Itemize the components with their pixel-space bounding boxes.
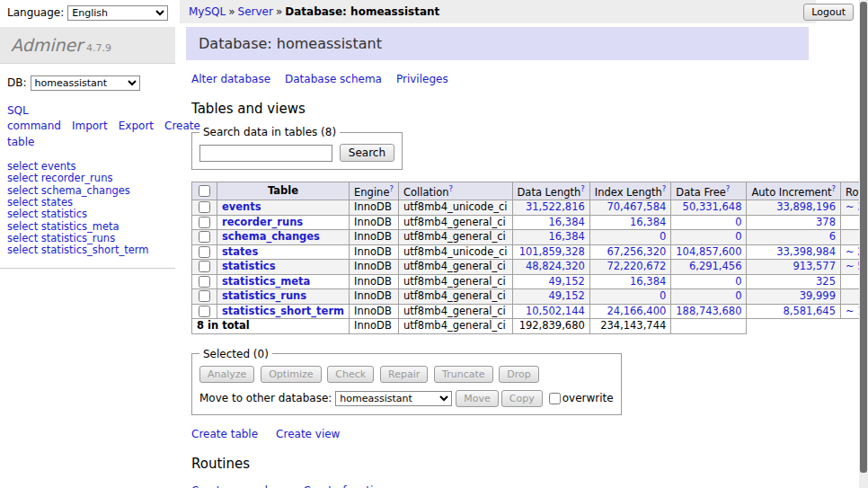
row-checkbox[interactable] bbox=[199, 201, 210, 213]
row-checkbox[interactable] bbox=[199, 276, 210, 288]
sidebar-link-export[interactable]: Export bbox=[119, 120, 154, 132]
data-free-link[interactable]: 188,743,680 bbox=[676, 306, 741, 318]
search-button[interactable]: Search bbox=[340, 144, 394, 162]
check-button[interactable]: Check bbox=[327, 366, 374, 383]
table-name-link[interactable]: statistics bbox=[222, 260, 276, 272]
row-checkbox[interactable] bbox=[199, 231, 210, 243]
scrollbar[interactable] bbox=[859, 0, 868, 488]
data-free-link[interactable]: 0 bbox=[735, 217, 741, 229]
auto-increment-help-link[interactable]: ? bbox=[831, 184, 836, 193]
index-length-link[interactable]: 0 bbox=[660, 231, 666, 244]
table-name-link[interactable]: statistics_meta bbox=[222, 275, 310, 288]
select-all-checkbox[interactable] bbox=[199, 185, 210, 197]
index-length-link[interactable]: 72,220,672 bbox=[607, 261, 666, 273]
engine-help-link[interactable]: ? bbox=[389, 184, 394, 193]
index-length-link[interactable]: 0 bbox=[660, 290, 666, 303]
row-checkbox[interactable] bbox=[199, 246, 210, 258]
drop-button[interactable]: Drop bbox=[499, 366, 538, 383]
sidebar-link-import[interactable]: Import bbox=[72, 120, 108, 132]
repair-button[interactable]: Repair bbox=[380, 366, 428, 383]
create-view-link[interactable]: Create view bbox=[276, 428, 340, 440]
overwrite-checkbox[interactable] bbox=[549, 393, 561, 404]
alter-database-link[interactable]: Alter database bbox=[191, 73, 270, 85]
index-length-link[interactable]: 24,166,400 bbox=[607, 306, 666, 318]
auto-increment-link[interactable]: 6 bbox=[829, 231, 836, 244]
data-length-link[interactable]: 31,522,816 bbox=[526, 201, 585, 214]
table-name-link[interactable]: states bbox=[222, 245, 258, 258]
data-free-link[interactable]: 0 bbox=[735, 290, 741, 303]
search-input[interactable] bbox=[199, 145, 332, 162]
data-length-link[interactable]: 16,384 bbox=[549, 217, 585, 229]
adminer-logo[interactable]: Adminer bbox=[11, 35, 83, 55]
data-free-link[interactable]: 104,857,600 bbox=[676, 246, 741, 259]
breadcrumb-mysql-link[interactable]: MySQL bbox=[189, 5, 226, 18]
auto-increment-link[interactable]: 33,898,196 bbox=[776, 201, 836, 214]
sidebar-table-link-statistics-short-term[interactable]: select statistics_short_term bbox=[7, 244, 168, 256]
data-free-help-link[interactable]: ? bbox=[726, 184, 731, 193]
database-actions: Alter databaseDatabase schemaPrivileges bbox=[191, 73, 815, 85]
sidebar-table-link-schema-changes[interactable]: select schema_changes bbox=[7, 185, 168, 197]
data-length-link[interactable]: 16,384 bbox=[549, 231, 585, 244]
index-length-link[interactable]: 16,384 bbox=[630, 276, 666, 288]
copy-button[interactable]: Copy bbox=[501, 390, 543, 407]
table-name-link[interactable]: statistics_short_term bbox=[222, 305, 344, 317]
data-length-link[interactable]: 48,824,320 bbox=[526, 261, 585, 273]
move-button[interactable]: Move bbox=[456, 390, 499, 407]
logout-button[interactable]: Logout bbox=[803, 4, 854, 21]
sidebar-table-link-statistics[interactable]: select statistics bbox=[7, 209, 168, 220]
index-length-link[interactable]: 70,467,584 bbox=[607, 201, 666, 214]
data-free-link[interactable]: 0 bbox=[735, 276, 741, 288]
table-row: recorder_runsInnoDButf8mb4_general_ci16,… bbox=[192, 215, 868, 230]
col-header-auto-increment: Auto Increment? bbox=[747, 182, 841, 200]
scrollbar-thumb[interactable] bbox=[860, 2, 867, 473]
create-function-link[interactable]: Create function bbox=[304, 484, 387, 488]
sidebar-table-link-statistics-meta[interactable]: select statistics_meta bbox=[7, 221, 168, 233]
create-procedure-link[interactable]: Create procedure bbox=[191, 484, 286, 488]
auto-increment-link[interactable]: 39,999 bbox=[800, 290, 836, 303]
data-free-link[interactable]: 50,331,648 bbox=[683, 201, 742, 214]
auto-increment-link[interactable]: 33,398,984 bbox=[776, 246, 836, 259]
language-select[interactable]: English bbox=[67, 5, 168, 21]
sidebar-table-link-statistics-runs[interactable]: select statistics_runs bbox=[7, 233, 168, 244]
row-checkbox[interactable] bbox=[199, 290, 210, 302]
sidebar-link-sql-command[interactable]: SQL command bbox=[7, 104, 61, 132]
auto-increment-link[interactable]: 8,581,645 bbox=[783, 306, 836, 318]
index-length-help-link[interactable]: ? bbox=[662, 184, 667, 193]
data-length-help-link[interactable]: ? bbox=[580, 184, 585, 193]
breadcrumb-server-link[interactable]: Server bbox=[238, 5, 273, 18]
privileges-link[interactable]: Privileges bbox=[396, 73, 448, 85]
index-length-link[interactable]: 16,384 bbox=[630, 217, 666, 229]
truncate-button[interactable]: Truncate bbox=[434, 366, 492, 383]
table-name-link[interactable]: events bbox=[222, 200, 261, 213]
data-length-link[interactable]: 49,152 bbox=[549, 290, 585, 303]
create-table-link[interactable]: Create table bbox=[191, 428, 258, 440]
data-length-link[interactable]: 10,502,144 bbox=[526, 306, 585, 318]
table-name-cell: states bbox=[217, 244, 350, 260]
row-checkbox[interactable] bbox=[199, 261, 210, 272]
analyze-button[interactable]: Analyze bbox=[199, 366, 254, 383]
db-select[interactable]: homeassistant bbox=[31, 75, 140, 91]
table-row: statistics_short_termInnoDButf8mb4_gener… bbox=[192, 304, 868, 319]
data-length-link[interactable]: 49,152 bbox=[549, 276, 585, 288]
row-checkbox[interactable] bbox=[199, 306, 210, 317]
create-links: Create tableCreate view bbox=[191, 428, 815, 440]
move-database-select[interactable]: homeassistant bbox=[335, 391, 452, 406]
table-name-link[interactable]: statistics_runs bbox=[222, 289, 306, 302]
data-free-link[interactable]: 6,291,456 bbox=[689, 261, 742, 273]
table-name-cell: statistics_meta bbox=[217, 274, 350, 289]
auto-increment-link[interactable]: 913,577 bbox=[793, 261, 836, 273]
sidebar-table-link-recorder-runs[interactable]: select recorder_runs bbox=[7, 173, 168, 184]
table-name-link[interactable]: recorder_runs bbox=[222, 216, 303, 228]
index-length-link[interactable]: 67,256,320 bbox=[607, 246, 666, 259]
sidebar-table-link-states[interactable]: select states bbox=[7, 197, 168, 209]
collation-help-link[interactable]: ? bbox=[449, 184, 454, 193]
data-free-link[interactable]: 0 bbox=[735, 231, 741, 244]
optimize-button[interactable]: Optimize bbox=[261, 366, 321, 383]
auto-increment-link[interactable]: 378 bbox=[816, 217, 836, 229]
auto-increment-link[interactable]: 325 bbox=[816, 276, 836, 288]
table-name-link[interactable]: schema_changes bbox=[222, 230, 320, 243]
row-checkbox[interactable] bbox=[199, 217, 210, 228]
database-schema-link[interactable]: Database schema bbox=[285, 73, 382, 85]
data-length-link[interactable]: 101,859,328 bbox=[519, 246, 585, 259]
sidebar-table-link-events[interactable]: select events bbox=[7, 161, 168, 173]
